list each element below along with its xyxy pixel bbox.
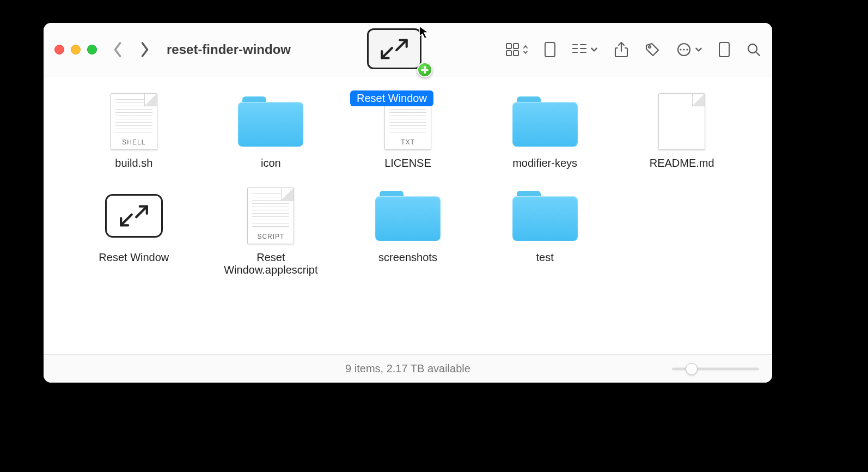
- folder-icon: [510, 186, 580, 246]
- view-switcher[interactable]: [505, 43, 528, 57]
- file-item[interactable]: SCRIPT Reset Window.applescript: [203, 186, 340, 276]
- minimize-button[interactable]: [71, 45, 81, 55]
- file-label[interactable]: Reset Window.applescript: [213, 251, 328, 276]
- cursor-icon: [419, 26, 431, 40]
- maximize-button[interactable]: [87, 45, 97, 55]
- svg-line-19: [756, 52, 760, 56]
- drag-preview-icon: [367, 28, 421, 69]
- icon-grid: SHELL build.sh icon TXT LICENSE: [65, 92, 750, 276]
- zoom-thumb[interactable]: [686, 363, 698, 375]
- file-label[interactable]: modifier-keys: [512, 157, 577, 170]
- app-icon: [99, 186, 169, 246]
- file-icon: SCRIPT: [235, 186, 306, 246]
- zoom-track: [672, 367, 759, 370]
- tags-button[interactable]: [645, 39, 660, 60]
- content-area[interactable]: Reset Window SHELL build.sh icon TXT LIC…: [44, 76, 772, 354]
- file-icon: SHELL: [99, 92, 169, 152]
- close-button[interactable]: [54, 45, 64, 55]
- svg-point-13: [649, 46, 651, 48]
- svg-rect-3: [514, 44, 518, 49]
- folder-item[interactable]: test: [476, 186, 614, 276]
- svg-rect-4: [506, 51, 511, 56]
- zoom-slider[interactable]: [672, 364, 759, 374]
- svg-point-15: [680, 49, 681, 50]
- folder-item[interactable]: icon: [203, 92, 340, 170]
- svg-rect-2: [506, 44, 511, 49]
- folder-item[interactable]: screenshots: [339, 186, 476, 276]
- sidebar-toggle[interactable]: [545, 39, 555, 60]
- actions-button[interactable]: [676, 42, 702, 57]
- file-label[interactable]: Reset Window: [99, 251, 169, 264]
- back-button[interactable]: [112, 39, 123, 60]
- status-text: 9 items, 2.17 TB available: [345, 362, 470, 375]
- file-label[interactable]: icon: [261, 157, 281, 170]
- window-title: reset-finder-window: [167, 42, 291, 57]
- finder-window: reset-finder-window: [44, 23, 772, 383]
- nav-arrows: [112, 39, 150, 60]
- preview-toggle[interactable]: [719, 39, 730, 60]
- file-label[interactable]: LICENSE: [384, 157, 431, 170]
- titlebar: reset-finder-window: [44, 23, 772, 76]
- file-label[interactable]: test: [536, 251, 553, 264]
- group-by-button[interactable]: [572, 43, 598, 56]
- file-label[interactable]: screenshots: [378, 251, 437, 264]
- folder-icon: [372, 186, 443, 246]
- forward-button[interactable]: [139, 39, 150, 60]
- svg-line-1: [396, 40, 407, 50]
- svg-line-21: [136, 207, 147, 217]
- toolbar: [505, 39, 761, 60]
- traffic-lights: [54, 45, 97, 55]
- status-bar: 9 items, 2.17 TB available: [44, 354, 772, 383]
- svg-line-0: [382, 47, 392, 58]
- drag-item-label: Reset Window: [350, 90, 433, 106]
- file-label[interactable]: build.sh: [115, 157, 152, 170]
- folder-item[interactable]: modifier-keys: [476, 92, 614, 170]
- file-item[interactable]: README.md: [613, 92, 750, 170]
- drag-preview: [367, 28, 430, 77]
- svg-line-20: [121, 215, 132, 226]
- file-item[interactable]: SHELL build.sh: [65, 92, 203, 170]
- svg-rect-5: [514, 51, 518, 56]
- svg-point-16: [683, 49, 684, 50]
- share-button[interactable]: [614, 39, 628, 60]
- copy-plus-badge: [417, 62, 432, 77]
- file-label[interactable]: README.md: [650, 157, 714, 170]
- svg-point-17: [686, 49, 688, 50]
- search-button[interactable]: [746, 39, 761, 60]
- app-item[interactable]: Reset Window: [65, 186, 203, 276]
- folder-icon: [510, 92, 580, 152]
- file-icon: [646, 92, 717, 152]
- folder-icon: [235, 92, 306, 152]
